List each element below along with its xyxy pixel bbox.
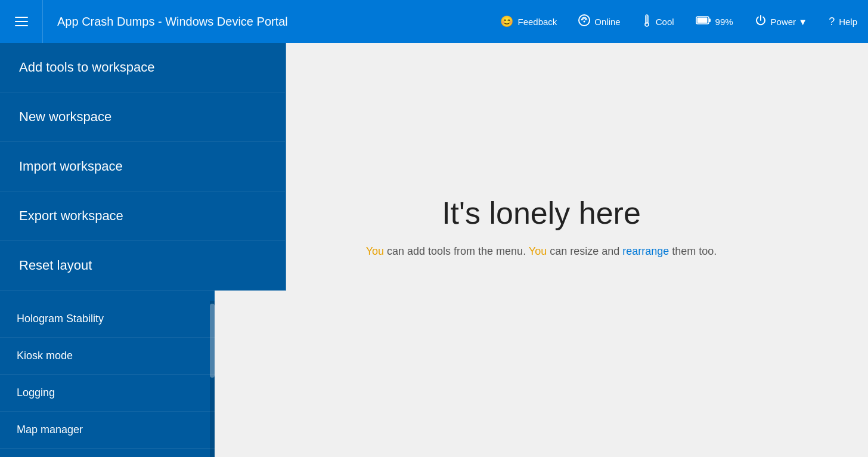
subtitle-can-add: can add tools from the menu. bbox=[384, 245, 529, 257]
subtitle-rearrange: rearrange bbox=[622, 245, 669, 257]
hamburger-button[interactable] bbox=[0, 0, 43, 43]
lonely-subtitle: You can add tools from the menu. You can… bbox=[366, 245, 717, 258]
sidebar-item-logging[interactable]: Logging bbox=[0, 375, 215, 412]
app-title: App Crash Dumps - Windows Device Portal bbox=[43, 15, 302, 29]
feedback-label: Feedback bbox=[517, 17, 557, 27]
subtitle-them-too: them too. bbox=[669, 245, 717, 257]
battery-icon bbox=[696, 16, 711, 28]
power-button[interactable]: Power ▼ bbox=[744, 0, 819, 43]
scrollbar-thumb[interactable] bbox=[210, 304, 215, 378]
header: App Crash Dumps - Windows Device Portal … bbox=[0, 0, 868, 43]
sidebar-item-map-manager[interactable]: Map manager bbox=[0, 412, 215, 449]
scrollbar[interactable] bbox=[210, 301, 215, 457]
svg-rect-6 bbox=[697, 17, 707, 23]
menu-reset-layout[interactable]: Reset layout bbox=[0, 241, 285, 291]
subtitle-you1: You bbox=[366, 245, 384, 257]
svg-point-0 bbox=[579, 15, 590, 26]
menu-add-tools[interactable]: Add tools to workspace bbox=[0, 43, 285, 92]
subtitle-you2: You bbox=[529, 245, 547, 257]
cool-label: Cool bbox=[656, 17, 674, 27]
online-icon bbox=[578, 14, 590, 29]
power-icon bbox=[755, 14, 767, 29]
sidebar-item-kiosk-mode[interactable]: Kiosk mode bbox=[0, 338, 215, 375]
svg-rect-7 bbox=[709, 18, 711, 22]
online-label: Online bbox=[594, 17, 620, 27]
hamburger-icon bbox=[15, 17, 28, 26]
feedback-button[interactable]: 😊 Feedback bbox=[489, 0, 568, 43]
help-button[interactable]: ? Help bbox=[818, 0, 868, 43]
temperature-icon bbox=[642, 14, 652, 30]
cool-button[interactable]: Cool bbox=[631, 0, 685, 43]
help-icon: ? bbox=[829, 16, 835, 28]
main-content: It's lonely here You can add tools from … bbox=[215, 43, 868, 457]
subtitle-can-resize: can resize and bbox=[547, 245, 622, 257]
battery-label: 99% bbox=[715, 17, 733, 27]
menu-new-workspace[interactable]: New workspace bbox=[0, 92, 285, 142]
feedback-icon: 😊 bbox=[500, 15, 513, 28]
menu-import-workspace[interactable]: Import workspace bbox=[0, 142, 285, 192]
power-label: Power ▼ bbox=[771, 17, 808, 27]
help-label: Help bbox=[839, 17, 857, 27]
sidebar-item-mixed-reality-capture[interactable]: Mixed Reality Capture bbox=[0, 449, 215, 457]
online-button[interactable]: Online bbox=[568, 0, 631, 43]
battery-button[interactable]: 99% bbox=[685, 0, 744, 43]
svg-point-1 bbox=[584, 20, 585, 22]
lonely-title: It's lonely here bbox=[366, 195, 717, 231]
menu-export-workspace[interactable]: Export workspace bbox=[0, 192, 285, 241]
sidebar: Add tools to workspace New workspace Imp… bbox=[0, 43, 215, 457]
svg-rect-4 bbox=[646, 16, 647, 22]
dropdown-menu: Add tools to workspace New workspace Imp… bbox=[0, 43, 286, 291]
sidebar-item-hologram-stability[interactable]: Hologram Stability bbox=[0, 301, 215, 338]
layout: Add tools to workspace New workspace Imp… bbox=[0, 43, 868, 457]
